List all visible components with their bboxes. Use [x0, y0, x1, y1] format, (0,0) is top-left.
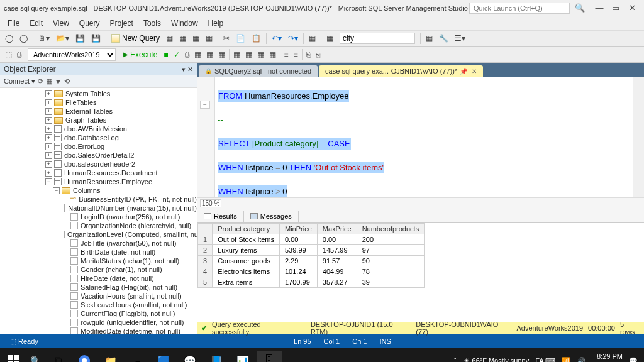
code-editor[interactable]: − FROM HumanResources.Employee -- SELECT…: [197, 77, 644, 197]
tree-node[interactable]: SickLeaveHours (smallint, not null): [0, 300, 197, 309]
tb2-icon-1[interactable]: ⬚: [3, 49, 14, 60]
table-row[interactable]: 5Extra items1700.993578.2739: [198, 277, 425, 288]
cell[interactable]: 39: [357, 277, 425, 288]
cell[interactable]: 101.24: [280, 266, 318, 277]
expander-icon[interactable]: +: [45, 126, 52, 133]
tb2-icon-3[interactable]: ⎙: [182, 49, 192, 60]
tree-node[interactable]: +dbo.AWBuildVersion: [0, 124, 197, 133]
connect-icon-4[interactable]: ⟲: [64, 77, 70, 85]
whatsapp-icon[interactable]: 💬: [177, 351, 203, 362]
ssms-icon[interactable]: 🗄: [257, 351, 282, 362]
tree-node[interactable]: +System Tables: [0, 89, 197, 98]
nav-fwd-icon[interactable]: ◯: [17, 33, 30, 44]
tree-node[interactable]: rowguid (uniqueidentifier, not null): [0, 318, 197, 327]
stop-icon[interactable]: ■: [161, 49, 170, 60]
tab-active[interactable]: case sql query exa...-OJBNID1\VAIO (77))…: [319, 65, 483, 77]
cell[interactable]: 200: [357, 234, 425, 245]
cell[interactable]: Extra items: [213, 277, 280, 288]
cell[interactable]: 90: [357, 256, 425, 266]
execute-button[interactable]: Execute: [119, 49, 161, 60]
cell[interactable]: Electronics items: [213, 266, 280, 277]
volume-icon[interactable]: 🔊: [577, 357, 586, 363]
menu-view[interactable]: View: [48, 19, 74, 28]
tb-icon-4[interactable]: ▦: [203, 33, 215, 44]
uncomment-icon[interactable]: ⎘: [313, 49, 323, 60]
tree-node[interactable]: Gender (nchar(1), not null): [0, 265, 197, 274]
tree-node[interactable]: −Columns: [0, 186, 197, 195]
onedrive-icon[interactable]: ☁: [125, 351, 150, 362]
cell[interactable]: 0.00: [317, 234, 357, 245]
table-row[interactable]: 3Consumer goods2.2991.5790: [198, 256, 425, 266]
cell[interactable]: Consumer goods: [213, 256, 280, 266]
close-button[interactable]: ✕: [624, 3, 640, 13]
tb2-icon-6[interactable]: ▦: [216, 49, 228, 60]
expander-icon[interactable]: +: [45, 143, 52, 150]
results-grid[interactable]: Product categoryMinPriceMaxPriceNumberof…: [197, 223, 644, 322]
nav-back-icon[interactable]: ◯: [3, 33, 16, 44]
pin-icon[interactable]: 📌: [460, 68, 467, 75]
expander-icon[interactable]: +: [45, 117, 52, 124]
tb-icon-8[interactable]: 🔧: [436, 33, 451, 44]
expander-icon[interactable]: +: [45, 152, 52, 159]
expander-icon[interactable]: −: [45, 178, 52, 185]
tree-node[interactable]: BirthDate (date, not null): [0, 248, 197, 256]
tree-node[interactable]: −HumanResources.Employee: [0, 177, 197, 186]
taskbar-search-icon[interactable]: 🔍: [26, 356, 44, 362]
fold-icon[interactable]: −: [200, 101, 210, 109]
menu-help[interactable]: Help: [203, 19, 229, 28]
outdent-icon[interactable]: ≡: [291, 49, 301, 60]
find-input[interactable]: [340, 33, 415, 44]
undo-icon[interactable]: ↶▾: [269, 33, 284, 44]
open-icon[interactable]: 📂▾: [53, 33, 72, 44]
tree-node[interactable]: +dbo.ErrorLog: [0, 142, 197, 151]
cell[interactable]: 97: [357, 245, 425, 256]
taskview-icon[interactable]: ⧉: [45, 351, 70, 362]
cell[interactable]: 1700.99: [280, 277, 318, 288]
editor-scrollbar[interactable]: [633, 77, 644, 197]
tb-icon-6[interactable]: ▦: [324, 33, 336, 44]
new-query-button[interactable]: New Query: [109, 33, 162, 44]
tree-node[interactable]: +External Tables: [0, 107, 197, 116]
tree-node[interactable]: SalariedFlag (Flag(bit), not null): [0, 283, 197, 292]
parse-icon[interactable]: ✓: [171, 49, 182, 60]
tree-node[interactable]: CurrentFlag (Flag(bit), not null): [0, 309, 197, 318]
tree-node[interactable]: +Graph Tables: [0, 116, 197, 124]
tb-icon-7[interactable]: ▦: [423, 33, 435, 44]
notifications-icon[interactable]: 💬: [629, 357, 638, 363]
cell[interactable]: 1457.99: [317, 245, 357, 256]
tb2-icon-2[interactable]: ⎙: [14, 49, 24, 60]
restore-button[interactable]: ▭: [608, 3, 624, 13]
cut-icon[interactable]: ✂: [221, 33, 232, 44]
cell[interactable]: 78: [357, 266, 425, 277]
panel-close-icon[interactable]: ▾ ✕: [182, 65, 193, 74]
tb2-icon-7[interactable]: ▦: [231, 49, 243, 60]
cell[interactable]: Luxury items: [213, 245, 280, 256]
menu-project[interactable]: Project: [105, 19, 138, 28]
expander-icon[interactable]: −: [53, 187, 60, 194]
paste-icon[interactable]: 📋: [249, 33, 264, 44]
saveall-icon[interactable]: 💾: [89, 33, 103, 44]
zoom-selector[interactable]: 150 %: [200, 199, 221, 207]
tb-icon-3[interactable]: ▦: [190, 33, 202, 44]
search-icon[interactable]: 🔍: [575, 3, 585, 13]
tree-node[interactable]: ModifiedDate (datetime, not null): [0, 327, 197, 334]
tree-node[interactable]: JobTitle (nvarchar(50), not null): [0, 239, 197, 248]
tree-node[interactable]: +dbo.DatabaseLog: [0, 133, 197, 142]
code-lines[interactable]: FROM HumanResources.Employee -- SELECT […: [215, 77, 633, 197]
tree-node[interactable]: MaritalStatus (nchar(1), not null): [0, 256, 197, 265]
column-header[interactable]: Product category: [213, 224, 280, 234]
expander-icon[interactable]: +: [45, 99, 52, 106]
expander-icon[interactable]: +: [45, 134, 52, 141]
tree-node[interactable]: +dbo.SalesOrderDetail2: [0, 151, 197, 160]
database-selector[interactable]: AdventureWorks2019: [28, 48, 116, 61]
object-tree[interactable]: +System Tables+FileTables+External Table…: [0, 88, 197, 334]
network-icon[interactable]: 📶: [562, 357, 570, 363]
copy-icon[interactable]: 📄: [233, 33, 248, 44]
column-header[interactable]: Numberofproducts: [357, 224, 425, 234]
expander-icon[interactable]: +: [45, 90, 52, 97]
tree-node[interactable]: OrganizationLevel (Computed, smallint, n…: [0, 230, 197, 239]
tb-icon-1[interactable]: ▦: [164, 33, 175, 44]
table-row[interactable]: 2Luxury items539.991457.9997: [198, 245, 425, 256]
app-icon-1[interactable]: 🟦: [151, 351, 176, 362]
table-row[interactable]: 4Electronics items101.24404.9978: [198, 266, 425, 277]
